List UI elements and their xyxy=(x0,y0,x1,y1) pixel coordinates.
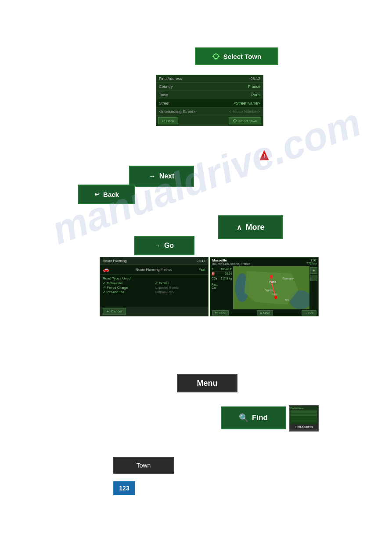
map-region: Bouches-Du-Rhône, France xyxy=(212,262,250,265)
carpool-option: Carpool/HOV xyxy=(155,290,205,294)
stat-cost-value: 100.68 € xyxy=(221,268,232,271)
map-more-label: More xyxy=(263,312,270,315)
zoom-in-button[interactable]: + xyxy=(310,267,317,274)
house-number-value: <House Number> xyxy=(229,109,260,114)
back-arrow-icon: ↩ xyxy=(94,191,100,198)
country-value: France xyxy=(248,84,260,89)
rp-cancel-label: Cancel xyxy=(111,309,122,313)
rp-header: Route Planning 06:15 xyxy=(100,258,208,265)
go-button[interactable]: → Go xyxy=(134,236,194,255)
find-label: Find xyxy=(252,414,268,422)
country-label: Country xyxy=(159,84,173,89)
svg-text:France: France xyxy=(265,288,273,291)
find-address-title: Find Address xyxy=(159,76,182,81)
rp-cancel-button[interactable]: ↩ Cancel xyxy=(103,308,126,315)
back-button[interactable]: ↩ Back xyxy=(78,185,135,204)
stat-fuel: ⛽ xyxy=(212,272,215,276)
num-label: 123 xyxy=(119,485,129,492)
rp-title: Route Planning xyxy=(103,259,127,263)
svg-point-5 xyxy=(234,120,236,122)
svg-text:Germany: Germany xyxy=(283,277,294,280)
svg-text:Lyon: Lyon xyxy=(273,293,277,295)
map-distance-stat: 773 km xyxy=(306,262,316,265)
route-planning-panel: Route Planning 06:15 🚗 Route Planning Me… xyxy=(100,257,209,316)
map-time-stat: 7:07 xyxy=(306,259,316,262)
find-address-panel: Find Address 06:12 Country France Town P… xyxy=(156,75,263,126)
menu-button[interactable]: Menu xyxy=(177,374,237,392)
map-side-stats: € 100.68 € ⛽ 50.6 l CO₂ 117.9 kg Fast Ca… xyxy=(210,266,233,309)
map-destination: Marseille xyxy=(212,258,250,262)
find-address-header: Find Address 06:12 xyxy=(156,75,263,83)
map-go-button[interactable]: → Go! xyxy=(302,310,316,316)
street-row[interactable]: Street <Street Name> xyxy=(156,99,263,108)
next-arrow-icon: → xyxy=(149,172,156,180)
stat-row-fuel: ⛽ 50.6 l xyxy=(212,272,232,276)
map-fast-label: Fast xyxy=(212,283,232,286)
back-arrow-icon: ↩ xyxy=(162,119,165,123)
more-chevron-icon: ∧ xyxy=(237,223,242,232)
map-footer: ↩ Back ∧ More → Go! xyxy=(210,309,318,316)
intersecting-row[interactable]: <Intersecting Street> <House Number> xyxy=(156,108,263,116)
crosshair-icon xyxy=(212,52,220,60)
svg-text:Italy: Italy xyxy=(285,298,289,301)
rp-method-value: Fast xyxy=(198,268,205,272)
svg-text:Paris: Paris xyxy=(269,280,277,284)
warning-icon: ! xyxy=(259,149,270,163)
map-more-button[interactable]: ∧ More xyxy=(257,310,273,316)
map-controls: + − xyxy=(309,266,318,309)
map-stats: 7:07 773 km xyxy=(306,259,316,265)
next-button[interactable]: → Next xyxy=(129,166,194,187)
stat-cost: € xyxy=(212,268,213,271)
cancel-arrow-icon: ↩ xyxy=(107,309,110,313)
find-address-thumbnail[interactable]: Find Address Find Address xyxy=(289,405,319,432)
map-back-button[interactable]: ↩ Back xyxy=(212,310,229,316)
crosshair-small-icon xyxy=(233,119,237,123)
unpaved-roads-option: Unpaved Roads xyxy=(155,286,205,290)
more-button[interactable]: ∧ More xyxy=(218,215,283,239)
map-more-icon: ∧ xyxy=(260,311,262,315)
map-vehicle-label: Car xyxy=(212,286,232,289)
town-row[interactable]: Town Paris xyxy=(156,91,263,99)
per-use-toll-option: ✓ Per-use Toll xyxy=(103,290,153,294)
search-icon: 🔍 xyxy=(239,413,248,423)
numeric-keyboard-button[interactable]: 123 xyxy=(113,481,135,495)
rp-footer: ↩ Cancel xyxy=(100,307,208,316)
select-town-label: Select Town xyxy=(223,53,261,60)
go-arrow-icon: → xyxy=(155,242,161,249)
rp-time: 06:15 xyxy=(197,259,205,263)
rp-roads-grid: ✓ Motorways ✓ Ferries ✓ Period Charge Un… xyxy=(103,281,205,294)
select-town-button[interactable]: Select Town xyxy=(195,47,278,65)
map-back-icon: ↩ xyxy=(215,311,218,315)
find-address-footer: ↩ Back Select Town xyxy=(156,116,263,126)
menu-label: Menu xyxy=(197,379,218,388)
go-label: Go xyxy=(164,242,174,250)
town-label: Town xyxy=(137,462,151,469)
stat-row-co2: CO₂ 117.9 kg xyxy=(212,276,232,281)
svg-point-15 xyxy=(274,296,277,299)
period-charge-option: ✓ Period Charge xyxy=(103,286,153,290)
rp-method-label: Route Planning Method xyxy=(136,268,173,272)
find-button[interactable]: 🔍 Find xyxy=(221,406,286,429)
find-address-select-town-button[interactable]: Select Town xyxy=(229,117,261,124)
rp-road-types: Road Types Used ✓ Motorways ✓ Ferries ✓ … xyxy=(100,275,208,296)
stat-fuel-value: 50.6 l xyxy=(225,272,232,276)
town-value: Paris xyxy=(251,93,260,97)
map-back-label: Back xyxy=(219,312,226,315)
next-label: Next xyxy=(159,172,175,180)
rp-method-row[interactable]: 🚗 Route Planning Method Fast xyxy=(100,265,208,275)
ferries-option: ✓ Ferries xyxy=(155,281,205,285)
find-address-back-button[interactable]: ↩ Back xyxy=(158,117,178,124)
intersecting-label: <Intersecting Street> xyxy=(159,109,196,114)
town-button[interactable]: Town xyxy=(113,457,174,474)
map-image: Paris Germany France Lyon Italy xyxy=(233,266,309,309)
zoom-out-button[interactable]: − xyxy=(310,275,317,281)
thumb-inner: Find Address xyxy=(290,406,318,424)
map-header: Marseille Bouches-Du-Rhône, France 7:07 … xyxy=(210,258,318,266)
town-label: Town xyxy=(159,93,168,97)
stat-co2-value: 117.9 kg xyxy=(221,277,232,280)
back-label: Back xyxy=(103,191,119,198)
stat-co2: CO₂ xyxy=(212,277,217,280)
map-body: € 100.68 € ⛽ 50.6 l CO₂ 117.9 kg Fast Ca… xyxy=(210,266,318,309)
country-row[interactable]: Country France xyxy=(156,83,263,91)
map-panel: Marseille Bouches-Du-Rhône, France 7:07 … xyxy=(210,257,319,316)
